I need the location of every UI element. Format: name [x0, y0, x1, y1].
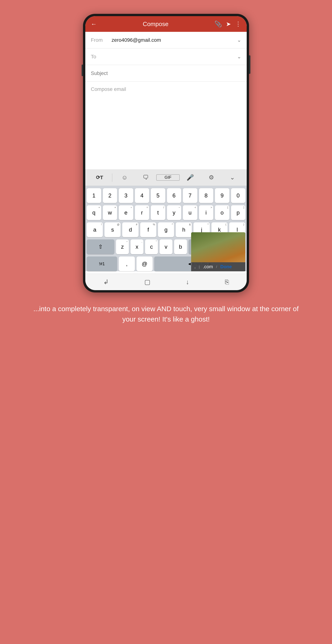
key-3[interactable]: 3 [119, 188, 133, 203]
key-5[interactable]: 5 [151, 188, 165, 203]
gif-icon[interactable]: GIF [156, 174, 180, 180]
overlay-image [191, 232, 245, 262]
key-e[interactable]: ÷e [119, 205, 133, 220]
key-6[interactable]: 6 [167, 188, 181, 203]
comma-key[interactable]: , [119, 256, 135, 271]
compose-area[interactable]: Compose email [85, 82, 247, 169]
key-f[interactable]: %f [140, 222, 156, 237]
settings-icon[interactable]: ⚙ [201, 174, 222, 181]
key-x[interactable]: ,x [130, 240, 143, 254]
key-i[interactable]: >i [199, 205, 214, 220]
shift-key[interactable]: ⇧ [87, 240, 114, 254]
key-1[interactable]: 1 [87, 188, 101, 203]
from-row: From zero4096@gmail.com ⌄ [85, 32, 247, 48]
key-c[interactable]: "c [145, 240, 158, 254]
key-2[interactable]: 2 [103, 188, 117, 203]
key-q[interactable]: +q [87, 205, 101, 220]
app-bar-icons: 📎 ➤ ⋮ [214, 20, 241, 28]
overlay-dot[interactable]: . [194, 264, 196, 270]
overlay-sep2: / [216, 265, 217, 269]
volume-button [82, 64, 83, 76]
key-b[interactable]: b [174, 240, 187, 254]
key-v[interactable]: v [160, 240, 172, 254]
overlay-com[interactable]: .com [203, 264, 213, 270]
key-o[interactable]: [o [215, 205, 229, 220]
subject-input[interactable] [91, 70, 241, 76]
email-form: From zero4096@gmail.com ⌄ To ⌄ Compose e… [85, 32, 247, 169]
key-7[interactable]: 7 [183, 188, 197, 203]
bottom-row: !#1 , @ ◄ EN(US) ► . | .com / Done [87, 256, 245, 271]
key-g[interactable]: ^g [158, 222, 174, 237]
attach-icon[interactable]: 📎 [214, 20, 222, 28]
keyboard: 1 2 3 4 5 6 7 8 9 0 +q ×w ÷e =r / [85, 186, 247, 271]
key-4[interactable]: 4 [135, 188, 149, 203]
overlay-suggestions: . | .com / Done [191, 262, 245, 271]
back-nav-icon[interactable]: ↲ [103, 278, 109, 286]
app-title: Compose [97, 20, 214, 28]
key-p[interactable]: ]p [231, 205, 246, 220]
subject-row [85, 65, 247, 82]
key-w[interactable]: ×w [103, 205, 117, 220]
from-chevron-icon[interactable]: ⌄ [237, 37, 241, 43]
from-value[interactable]: zero4096@gmail.com [112, 37, 237, 43]
page-wrapper: ← Compose 📎 ➤ ⋮ From zero4096@gmail.com … [0, 0, 332, 644]
overlay-sep1: | [199, 265, 200, 269]
key-h[interactable]: &h [176, 222, 192, 237]
emoji-icon[interactable]: ☺ [114, 174, 135, 181]
suggestion-overlay: . | .com / Done [191, 232, 245, 271]
overflow-icon[interactable]: ⋮ [235, 20, 241, 28]
send-icon[interactable]: ➤ [226, 20, 231, 28]
number-row: 1 2 3 4 5 6 7 8 9 0 [87, 188, 245, 203]
caption-text: ...into a completely transparent, on vie… [0, 304, 332, 324]
keyboard-toolbar: ⟳T ☺ 🗨 GIF 🎤 ⚙ ⌄ [85, 169, 247, 186]
app-bar-left: ← [91, 20, 97, 28]
key-a[interactable]: !a [87, 222, 103, 237]
translate-icon[interactable]: ⟳T [89, 174, 110, 180]
at-key[interactable]: @ [136, 256, 153, 271]
bottom-nav: ↲ ▢ ↓ ⎘ [85, 274, 247, 290]
mic-icon[interactable]: 🎤 [180, 174, 201, 181]
qwerty-row: +q ×w ÷e =r /t −y <u >i [o ]p [87, 205, 245, 220]
to-chevron-icon[interactable]: ⌄ [237, 54, 241, 60]
keyboard-nav-icon[interactable]: ⎘ [225, 278, 229, 286]
sticker-icon[interactable]: 🗨 [135, 174, 156, 181]
key-s[interactable]: @s [104, 222, 121, 237]
key-r[interactable]: =r [135, 205, 149, 220]
app-bar: ← Compose 📎 ➤ ⋮ [85, 16, 247, 32]
phone-screen: ← Compose 📎 ➤ ⋮ From zero4096@gmail.com … [85, 16, 247, 290]
key-9[interactable]: 9 [215, 188, 229, 203]
key-y[interactable]: −y [167, 205, 181, 220]
home-nav-icon[interactable]: ▢ [144, 278, 150, 286]
key-0[interactable]: 0 [231, 188, 246, 203]
power-button [249, 55, 250, 74]
to-input[interactable] [112, 54, 237, 60]
overlay-done[interactable]: Done [220, 264, 232, 270]
key-8[interactable]: 8 [199, 188, 214, 203]
to-label: To [91, 54, 112, 60]
recents-nav-icon[interactable]: ↓ [186, 278, 189, 286]
key-d[interactable]: #d [122, 222, 138, 237]
back-icon[interactable]: ← [91, 20, 97, 28]
key-t[interactable]: /t [151, 205, 165, 220]
symbols-key[interactable]: !#1 [87, 256, 117, 271]
from-label: From [91, 37, 112, 43]
compose-placeholder: Compose email [91, 86, 126, 92]
to-row: To ⌄ [85, 48, 247, 65]
phone-container: ← Compose 📎 ➤ ⋮ From zero4096@gmail.com … [83, 14, 249, 292]
collapse-keyboard-icon[interactable]: ⌄ [222, 174, 243, 181]
key-z[interactable]: −z [116, 240, 129, 254]
key-u[interactable]: <u [183, 205, 197, 220]
